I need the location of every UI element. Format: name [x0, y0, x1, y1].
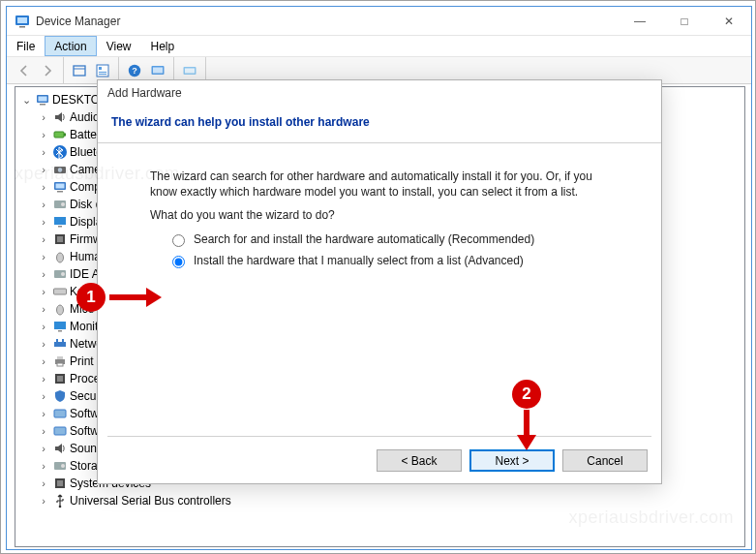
- properties-icon[interactable]: [91, 60, 114, 81]
- svg-point-32: [57, 253, 64, 262]
- device-category-icon: [52, 214, 68, 230]
- close-button[interactable]: ✕: [707, 7, 751, 36]
- radio-auto-search-input[interactable]: [172, 234, 185, 247]
- svg-rect-48: [54, 427, 66, 435]
- window-title: Device Manager: [36, 15, 120, 28]
- svg-point-50: [61, 464, 65, 468]
- svg-rect-25: [57, 191, 63, 193]
- radio-auto-search[interactable]: Search for and install the hardware auto…: [167, 231, 622, 247]
- svg-rect-39: [54, 342, 66, 347]
- svg-point-22: [58, 168, 62, 171]
- svg-rect-7: [99, 72, 106, 73]
- device-category-icon: [52, 231, 68, 247]
- tree-item[interactable]: ›Universal Serial Bus controllers: [37, 492, 744, 509]
- app-icon: [15, 14, 30, 29]
- svg-rect-2: [19, 26, 25, 28]
- menubar: FileActionViewHelp: [7, 36, 751, 57]
- device-category-icon: [52, 354, 68, 369]
- back-icon: [13, 60, 36, 81]
- device-category-icon: [52, 144, 68, 160]
- device-category-icon: [52, 458, 68, 474]
- svg-rect-44: [57, 363, 63, 366]
- back-button[interactable]: < Back: [377, 449, 462, 472]
- device-category-icon: [52, 406, 68, 421]
- svg-rect-24: [56, 184, 65, 189]
- svg-rect-46: [57, 376, 63, 382]
- add-legacy-hardware-icon[interactable]: [178, 60, 201, 81]
- radio-manual-select-input[interactable]: [172, 256, 185, 268]
- device-category-icon: [52, 284, 68, 299]
- device-category-icon: [52, 249, 68, 264]
- device-category-icon: [52, 266, 68, 282]
- menu-action[interactable]: Action: [45, 36, 96, 56]
- svg-point-36: [57, 305, 64, 315]
- next-button[interactable]: Next >: [469, 449, 555, 472]
- device-category-icon: [52, 301, 68, 317]
- svg-rect-37: [54, 322, 66, 329]
- svg-rect-18: [54, 132, 64, 138]
- device-category-icon: [52, 179, 68, 195]
- device-category-icon: [52, 441, 68, 456]
- dialog-question: What do you want the wizard to do?: [150, 207, 622, 223]
- help-icon[interactable]: ?: [123, 60, 146, 81]
- forward-icon: [36, 60, 59, 81]
- svg-rect-1: [17, 17, 27, 23]
- svg-rect-40: [56, 339, 58, 342]
- device-category-icon: [52, 336, 68, 352]
- maximize-button[interactable]: □: [662, 7, 707, 36]
- device-category-icon: [52, 388, 68, 404]
- radio-auto-search-label: Search for and install the hardware auto…: [194, 232, 534, 246]
- device-category-icon: [52, 371, 68, 386]
- device-category-icon: [52, 493, 68, 508]
- device-category-icon: [52, 162, 68, 177]
- device-category-icon: [52, 476, 68, 491]
- svg-rect-29: [58, 226, 62, 228]
- svg-text:?: ?: [132, 66, 137, 76]
- device-category-icon: [52, 197, 68, 212]
- device-category-icon: [52, 127, 68, 142]
- device-category-icon: [52, 109, 68, 125]
- svg-rect-5: [97, 65, 108, 77]
- svg-point-53: [59, 506, 62, 508]
- svg-rect-43: [57, 356, 63, 359]
- device-category-icon: [52, 423, 68, 439]
- titlebar: Device Manager — □ ✕: [7, 7, 751, 36]
- svg-point-34: [61, 272, 65, 276]
- svg-rect-19: [64, 134, 66, 137]
- device-category-icon: [52, 319, 68, 334]
- cancel-button[interactable]: Cancel: [562, 449, 648, 472]
- scan-hardware-icon[interactable]: [146, 60, 169, 81]
- radio-manual-select[interactable]: Install the hardware that I manually sel…: [167, 253, 622, 268]
- dialog-title: The wizard can help you install other ha…: [98, 100, 661, 142]
- menu-file[interactable]: File: [7, 36, 45, 56]
- svg-rect-17: [40, 104, 45, 106]
- menu-view[interactable]: View: [97, 36, 141, 56]
- dialog-intro-text: The wizard can search for other hardware…: [150, 169, 622, 200]
- svg-rect-6: [99, 67, 102, 70]
- svg-rect-3: [74, 66, 85, 76]
- svg-rect-16: [39, 97, 47, 102]
- svg-rect-31: [57, 236, 63, 242]
- svg-rect-38: [58, 330, 62, 332]
- svg-rect-12: [153, 67, 163, 73]
- tree-item-label: Universal Serial Bus controllers: [70, 494, 231, 508]
- annotation-step-1: 1: [76, 283, 106, 312]
- annotation-arrow-1: [109, 294, 150, 300]
- radio-manual-select-label: Install the hardware that I manually sel…: [194, 254, 524, 267]
- svg-rect-35: [54, 289, 67, 294]
- show-hidden-icon[interactable]: [68, 60, 91, 81]
- annotation-arrow-2: [524, 410, 529, 439]
- svg-rect-14: [185, 68, 195, 73]
- svg-rect-8: [99, 74, 106, 75]
- dialog-header: Add Hardware: [98, 80, 661, 100]
- annotation-step-2: 2: [512, 380, 541, 409]
- svg-point-27: [61, 202, 65, 206]
- computer-icon: [35, 92, 50, 108]
- minimize-button[interactable]: —: [618, 7, 662, 36]
- svg-rect-28: [54, 217, 66, 225]
- add-hardware-dialog: Add Hardware The wizard can help you ins…: [97, 79, 662, 484]
- svg-rect-47: [54, 410, 66, 417]
- menu-help[interactable]: Help: [141, 36, 185, 56]
- svg-rect-52: [57, 480, 63, 486]
- svg-rect-41: [62, 339, 64, 342]
